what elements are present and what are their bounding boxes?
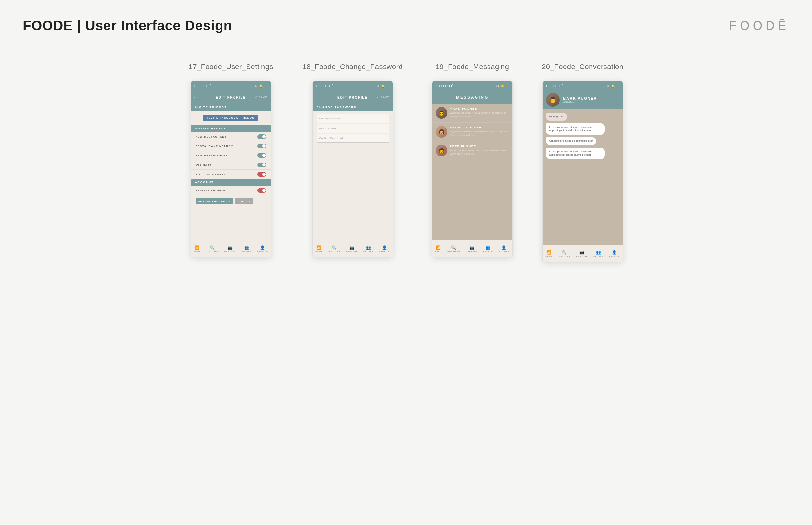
screen1-header-title: EDIT PROFILE — [216, 96, 246, 99]
nav-profile[interactable]: 👤 PROFILE — [498, 245, 509, 252]
message-item-2[interactable]: 👩 ANGELA PUGNER Hey, what time did you s… — [432, 123, 512, 141]
nav-people[interactable]: 👥 PEOPLE — [242, 245, 251, 252]
nav-capture[interactable]: 📷 CAPTURE — [224, 245, 236, 252]
screen4-wrapper: 20_Foode_Conversation FOODĒ ✉ 🔔 ☰ 👨 MARK… — [542, 63, 623, 262]
nav-capture[interactable]: 📷 CAPTURE — [576, 250, 588, 257]
nav-capture[interactable]: 📷 CAPTURE — [466, 245, 477, 252]
page-header: FOODE | User Interface Design FOODĒ — [0, 0, 812, 43]
screen4-logo: FOODĒ — [546, 84, 565, 88]
save-button[interactable]: ✓ SAVE — [255, 96, 267, 99]
new-password-input[interactable] — [317, 124, 389, 133]
mail-icon: ✉ — [377, 84, 379, 88]
invite-facebook-button[interactable]: INVITE FACEBOOK FRIENDS — [203, 115, 258, 121]
current-password-input[interactable] — [317, 114, 389, 123]
feed-icon: 📶 — [546, 250, 551, 255]
msg-preview-3: MARK! It's been some good time since we … — [450, 149, 509, 156]
discover-label: DISCOVER — [328, 251, 340, 252]
toggle-new-restaurant[interactable] — [257, 134, 266, 139]
save-button[interactable]: ✓ SAVE — [376, 96, 389, 99]
message-item-3[interactable]: 🧑 PETE PUGNER MARK! It's been some good … — [432, 141, 512, 160]
people-icon: 👥 — [485, 245, 491, 250]
capture-label: CAPTURE — [346, 251, 358, 252]
nav-feed[interactable]: 📶 FEED — [435, 245, 442, 252]
people-icon: 👥 — [596, 250, 601, 255]
screen2-header: ‹ EDIT PROFILE ✓ SAVE — [313, 91, 393, 104]
profile-label: PROFILE — [609, 255, 620, 257]
toggle-label-restaurant-nearby: RESTAURANT NEARBY — [195, 145, 233, 148]
menu-icon: ☰ — [265, 84, 267, 88]
message-item-1[interactable]: 👨 MARK PUGNER Welcome to Foode! I'll be … — [432, 104, 512, 122]
toggle-private-profile[interactable] — [257, 188, 266, 193]
password-input-group — [313, 111, 393, 147]
account-buttons: CHANGE PASSWORD LOGOUT — [191, 195, 271, 208]
discover-label: DISCOVER — [206, 251, 219, 252]
screen4-label: 20_Foode_Conversation — [542, 63, 623, 71]
notifications-section: NOTIFICATIONS — [191, 125, 271, 132]
feed-label: FEED — [315, 251, 322, 252]
invite-friends-section: INVITE FRIENDS — [191, 104, 271, 111]
bell-icon: 🔔 — [501, 84, 504, 88]
screen3-topbar: FOODĒ ✉ 🔔 ☰ — [432, 81, 512, 91]
screen3-topbar-icons: ✉ 🔔 ☰ — [496, 84, 509, 88]
back-button[interactable]: ‹ — [316, 96, 317, 99]
screen2-topbar-icons: ✉ 🔔 ☰ — [377, 84, 389, 88]
toggle-restaurant-nearby[interactable] — [257, 144, 266, 148]
toggle-hot-list[interactable] — [257, 172, 266, 177]
conversation-header: 👨 MARK PUGNER ONLINE — [543, 91, 623, 109]
toggle-label-new-restaurant: NEW RESTAURANT — [195, 135, 227, 138]
nav-profile[interactable]: 👤 PROFILE — [379, 245, 390, 252]
feed-icon: 📶 — [194, 245, 200, 250]
profile-icon: 👤 — [612, 250, 617, 255]
bubble-3: Consectetur elit, sed do eiusmod tempor — [546, 137, 596, 145]
nav-feed[interactable]: 📶 FEED — [193, 245, 200, 252]
screen4-frame: FOODĒ ✉ 🔔 ☰ 👨 MARK PUGNER ONLINE Message… — [542, 81, 623, 262]
check-icon: ✓ — [255, 96, 258, 99]
screen4-body: Message one Lorem ipsum dolor sit amet, … — [543, 109, 623, 245]
menu-icon: ☰ — [506, 84, 509, 88]
nav-profile[interactable]: 👤 PROFILE — [609, 250, 620, 257]
nav-discover[interactable]: 🔍 DISCOVER — [328, 245, 340, 252]
screen1-logo: FOODĒ — [194, 84, 213, 88]
save-label: SAVE — [259, 96, 267, 99]
nav-people[interactable]: 👥 PEOPLE — [363, 245, 373, 252]
nav-people[interactable]: 👥 PEOPLE — [593, 250, 603, 257]
screen3-label: 19_Foode_Messaging — [436, 63, 509, 71]
screen3-body: 👨 MARK PUGNER Welcome to Foode! I'll be … — [432, 104, 512, 240]
back-button[interactable]: ‹ — [194, 96, 197, 99]
screen2-body: CHANGE PASSWORD — [313, 104, 393, 240]
back-icon: ‹ — [316, 96, 317, 99]
nav-discover[interactable]: 🔍 DISCOVER — [206, 245, 219, 252]
check-icon: ✓ — [376, 96, 379, 99]
logout-button[interactable]: LOGOUT — [235, 198, 253, 205]
toggle-new-experiences[interactable] — [257, 153, 266, 158]
nav-feed[interactable]: 📶 FEED — [546, 250, 552, 257]
confirm-password-input[interactable] — [317, 134, 389, 143]
msg-name-1: MARK PUGNER — [450, 107, 509, 110]
nav-capture[interactable]: 📷 CAPTURE — [346, 245, 358, 252]
screen1-topbar: FOODĒ ✉ 🔔 ☰ — [191, 81, 271, 91]
screen1-wrapper: 17_Foode_User_Settings FOODĒ ✉ 🔔 ☰ ‹ EDI… — [188, 63, 273, 257]
profile-icon: 👤 — [260, 245, 265, 250]
change-password-button[interactable]: CHANGE PASSWORD — [195, 198, 233, 205]
screen2-header-title: EDIT PROFILE — [337, 96, 368, 99]
screen3-bottom-nav: 📶 FEED 🔍 DISCOVER 📷 CAPTURE 👥 PEOPLE 👤 — [432, 240, 512, 257]
toggle-row-new-experiences: NEW EXPERIENCES — [191, 151, 271, 160]
toggle-label-private-profile: PRIVATE PROFILE — [195, 189, 226, 192]
nav-profile[interactable]: 👤 PROFILE — [257, 245, 268, 252]
discover-label: DISCOVER — [558, 255, 570, 257]
toggle-row-private-profile: PRIVATE PROFILE — [191, 186, 271, 195]
capture-icon: 📷 — [579, 250, 584, 255]
header-logo: FOODĒ — [729, 19, 789, 33]
screen2-frame: FOODĒ ✉ 🔔 ☰ ‹ EDIT PROFILE ✓ SAVE — [313, 81, 393, 257]
toggle-label-wishlist: WISHLIST — [195, 164, 212, 166]
toggle-wishlist[interactable] — [257, 163, 266, 167]
nav-feed[interactable]: 📶 FEED — [315, 245, 322, 252]
nav-discover[interactable]: 🔍 DISCOVER — [558, 250, 570, 257]
mail-icon: ✉ — [496, 84, 499, 88]
nav-people[interactable]: 👥 PEOPLE — [483, 245, 493, 252]
nav-discover[interactable]: 🔍 DISCOVER — [447, 245, 460, 252]
conv-avatar: 👨 — [546, 93, 560, 107]
page-title: FOODE | User Interface Design — [23, 18, 232, 33]
conv-user-info: MARK PUGNER ONLINE — [563, 96, 597, 103]
toggle-label-hot-list: HOT LIST NEARBY — [195, 173, 227, 176]
